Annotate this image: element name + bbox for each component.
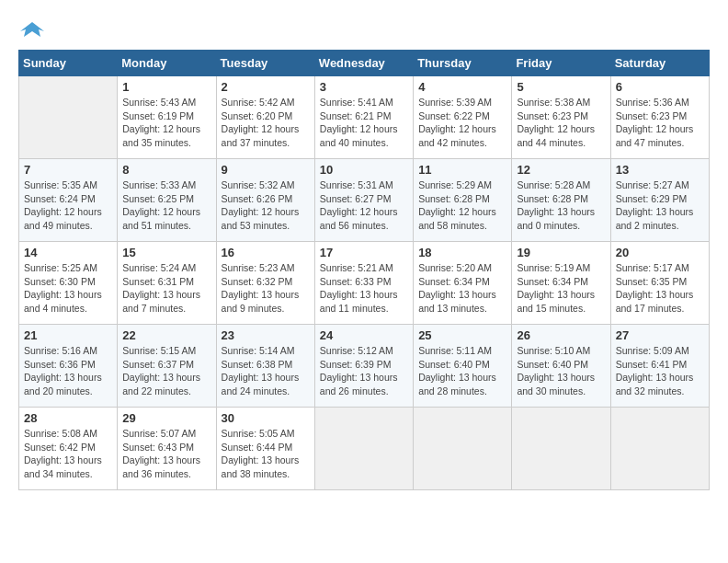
day-number: 5 (517, 80, 605, 94)
day-number: 30 (222, 411, 310, 425)
page-header (18, 18, 710, 40)
day-number: 28 (24, 411, 112, 425)
day-cell: 3Sunrise: 5:41 AMSunset: 6:21 PMDaylight… (314, 76, 413, 159)
day-number: 27 (616, 328, 704, 342)
header-monday: Monday (118, 51, 216, 76)
day-info: Sunrise: 5:36 AMSunset: 6:23 PMDaylight:… (616, 96, 704, 150)
day-cell: 11Sunrise: 5:29 AMSunset: 6:28 PMDayligh… (414, 159, 512, 242)
day-cell: 14Sunrise: 5:25 AMSunset: 6:30 PMDayligh… (19, 242, 118, 325)
day-number: 25 (418, 328, 506, 342)
day-info: Sunrise: 5:41 AMSunset: 6:21 PMDaylight:… (320, 96, 408, 150)
day-number: 26 (517, 328, 605, 342)
day-number: 11 (418, 163, 506, 177)
day-info: Sunrise: 5:16 AMSunset: 6:36 PMDaylight:… (24, 344, 112, 398)
day-cell: 6Sunrise: 5:36 AMSunset: 6:23 PMDaylight… (610, 76, 709, 159)
day-number: 8 (122, 163, 210, 177)
svg-marker-0 (20, 22, 44, 37)
day-info: Sunrise: 5:12 AMSunset: 6:39 PMDaylight:… (320, 344, 408, 398)
header-row: SundayMondayTuesdayWednesdayThursdayFrid… (19, 51, 710, 76)
day-number: 29 (122, 411, 210, 425)
day-cell: 17Sunrise: 5:21 AMSunset: 6:33 PMDayligh… (314, 242, 413, 325)
day-cell: 19Sunrise: 5:19 AMSunset: 6:34 PMDayligh… (512, 242, 610, 325)
day-cell: 15Sunrise: 5:24 AMSunset: 6:31 PMDayligh… (118, 242, 216, 325)
header-tuesday: Tuesday (216, 51, 314, 76)
day-number: 14 (24, 246, 112, 259)
day-cell: 20Sunrise: 5:17 AMSunset: 6:35 PMDayligh… (610, 242, 709, 325)
day-info: Sunrise: 5:38 AMSunset: 6:23 PMDaylight:… (517, 96, 605, 150)
day-cell: 7Sunrise: 5:35 AMSunset: 6:24 PMDaylight… (19, 159, 118, 242)
day-cell: 2Sunrise: 5:42 AMSunset: 6:20 PMDaylight… (216, 76, 314, 159)
day-info: Sunrise: 5:32 AMSunset: 6:26 PMDaylight:… (222, 178, 310, 233)
day-number: 9 (222, 163, 310, 177)
header-thursday: Thursday (414, 51, 512, 76)
day-number: 7 (24, 163, 112, 177)
day-cell: 22Sunrise: 5:15 AMSunset: 6:37 PMDayligh… (118, 325, 216, 408)
day-number: 17 (320, 246, 408, 259)
day-info: Sunrise: 5:28 AMSunset: 6:28 PMDaylight:… (517, 178, 605, 233)
header-sunday: Sunday (19, 51, 118, 76)
day-info: Sunrise: 5:17 AMSunset: 6:35 PMDaylight:… (616, 261, 704, 316)
day-cell: 30Sunrise: 5:05 AMSunset: 6:44 PMDayligh… (216, 408, 314, 490)
logo-icon (18, 18, 46, 40)
day-cell: 25Sunrise: 5:11 AMSunset: 6:40 PMDayligh… (414, 325, 512, 408)
day-number: 22 (122, 328, 210, 342)
day-cell: 12Sunrise: 5:28 AMSunset: 6:28 PMDayligh… (512, 159, 610, 242)
header-saturday: Saturday (610, 51, 709, 76)
day-cell: 23Sunrise: 5:14 AMSunset: 6:38 PMDayligh… (216, 325, 314, 408)
day-info: Sunrise: 5:31 AMSunset: 6:27 PMDaylight:… (320, 178, 408, 233)
week-row-4: 21Sunrise: 5:16 AMSunset: 6:36 PMDayligh… (19, 325, 710, 408)
day-cell: 4Sunrise: 5:39 AMSunset: 6:22 PMDaylight… (414, 76, 512, 159)
day-cell (19, 76, 118, 159)
header-friday: Friday (512, 51, 610, 76)
week-row-1: 1Sunrise: 5:43 AMSunset: 6:19 PMDaylight… (19, 76, 710, 159)
day-info: Sunrise: 5:10 AMSunset: 6:40 PMDaylight:… (517, 344, 605, 398)
day-cell (512, 408, 610, 490)
day-number: 4 (418, 80, 506, 94)
day-number: 6 (616, 80, 704, 94)
day-cell (314, 408, 413, 490)
day-number: 13 (616, 163, 704, 177)
day-number: 21 (24, 328, 112, 342)
day-cell: 26Sunrise: 5:10 AMSunset: 6:40 PMDayligh… (512, 325, 610, 408)
day-info: Sunrise: 5:20 AMSunset: 6:34 PMDaylight:… (418, 261, 506, 316)
day-cell: 16Sunrise: 5:23 AMSunset: 6:32 PMDayligh… (216, 242, 314, 325)
day-cell: 28Sunrise: 5:08 AMSunset: 6:42 PMDayligh… (19, 408, 118, 490)
day-cell: 13Sunrise: 5:27 AMSunset: 6:29 PMDayligh… (610, 159, 709, 242)
day-number: 16 (222, 246, 310, 259)
day-number: 24 (320, 328, 408, 342)
day-info: Sunrise: 5:07 AMSunset: 6:43 PMDaylight:… (122, 427, 210, 481)
day-info: Sunrise: 5:21 AMSunset: 6:33 PMDaylight:… (320, 261, 408, 316)
day-cell: 27Sunrise: 5:09 AMSunset: 6:41 PMDayligh… (610, 325, 709, 408)
day-cell (610, 408, 709, 490)
day-cell: 5Sunrise: 5:38 AMSunset: 6:23 PMDaylight… (512, 76, 610, 159)
day-number: 10 (320, 163, 408, 177)
day-number: 23 (222, 328, 310, 342)
day-cell: 10Sunrise: 5:31 AMSunset: 6:27 PMDayligh… (314, 159, 413, 242)
day-number: 12 (517, 163, 605, 177)
day-cell: 8Sunrise: 5:33 AMSunset: 6:25 PMDaylight… (118, 159, 216, 242)
day-info: Sunrise: 5:08 AMSunset: 6:42 PMDaylight:… (24, 427, 112, 481)
day-info: Sunrise: 5:27 AMSunset: 6:29 PMDaylight:… (616, 178, 704, 233)
day-number: 20 (616, 246, 704, 259)
day-cell: 21Sunrise: 5:16 AMSunset: 6:36 PMDayligh… (19, 325, 118, 408)
day-number: 1 (122, 80, 210, 94)
day-cell: 18Sunrise: 5:20 AMSunset: 6:34 PMDayligh… (414, 242, 512, 325)
week-row-2: 7Sunrise: 5:35 AMSunset: 6:24 PMDaylight… (19, 159, 710, 242)
day-number: 19 (517, 246, 605, 259)
day-info: Sunrise: 5:39 AMSunset: 6:22 PMDaylight:… (418, 96, 506, 150)
day-cell: 29Sunrise: 5:07 AMSunset: 6:43 PMDayligh… (118, 408, 216, 490)
day-cell: 24Sunrise: 5:12 AMSunset: 6:39 PMDayligh… (314, 325, 413, 408)
header-wednesday: Wednesday (314, 51, 413, 76)
day-info: Sunrise: 5:05 AMSunset: 6:44 PMDaylight:… (222, 427, 310, 481)
day-info: Sunrise: 5:25 AMSunset: 6:30 PMDaylight:… (24, 261, 112, 316)
day-number: 2 (222, 80, 310, 94)
day-info: Sunrise: 5:42 AMSunset: 6:20 PMDaylight:… (222, 96, 310, 150)
week-row-5: 28Sunrise: 5:08 AMSunset: 6:42 PMDayligh… (19, 408, 710, 490)
week-row-3: 14Sunrise: 5:25 AMSunset: 6:30 PMDayligh… (19, 242, 710, 325)
day-cell: 9Sunrise: 5:32 AMSunset: 6:26 PMDaylight… (216, 159, 314, 242)
logo (18, 18, 50, 40)
day-info: Sunrise: 5:09 AMSunset: 6:41 PMDaylight:… (616, 344, 704, 398)
day-info: Sunrise: 5:35 AMSunset: 6:24 PMDaylight:… (24, 178, 112, 233)
day-cell: 1Sunrise: 5:43 AMSunset: 6:19 PMDaylight… (118, 76, 216, 159)
day-info: Sunrise: 5:29 AMSunset: 6:28 PMDaylight:… (418, 178, 506, 233)
